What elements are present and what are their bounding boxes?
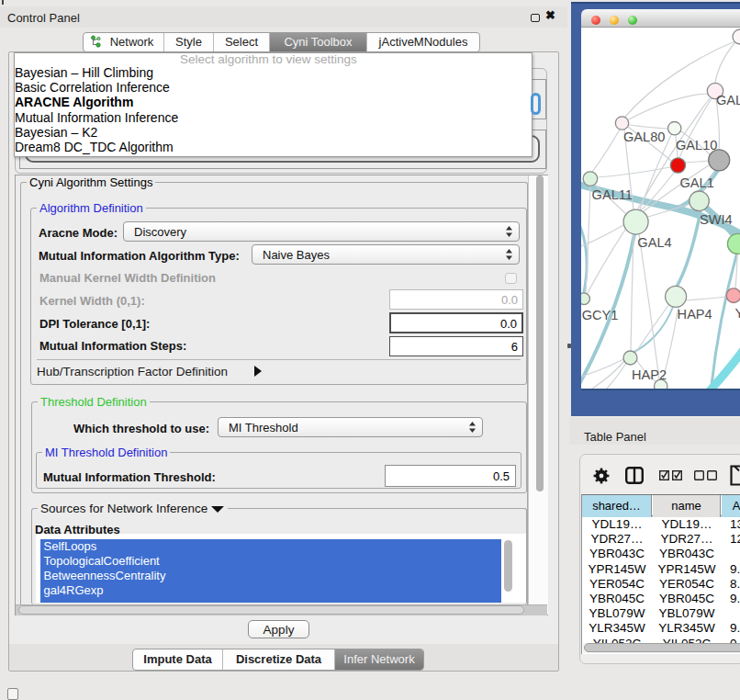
svg-text:GAL4: GAL4 bbox=[637, 235, 671, 250]
svg-text:SWI4: SWI4 bbox=[700, 212, 733, 227]
svg-text:GAL80: GAL80 bbox=[623, 130, 665, 144]
svg-text:GAL11: GAL11 bbox=[592, 187, 633, 202]
svg-text:YJ: YJ bbox=[735, 306, 740, 321]
svg-text:HAP2: HAP2 bbox=[632, 367, 667, 382]
svg-text:GAL1: GAL1 bbox=[680, 175, 714, 190]
svg-text:GAL7: GAL7 bbox=[716, 93, 740, 107]
svg-text:HAP4: HAP4 bbox=[678, 307, 712, 322]
svg-text:GAL10: GAL10 bbox=[676, 138, 717, 152]
svg-text:GCY1: GCY1 bbox=[582, 308, 619, 322]
